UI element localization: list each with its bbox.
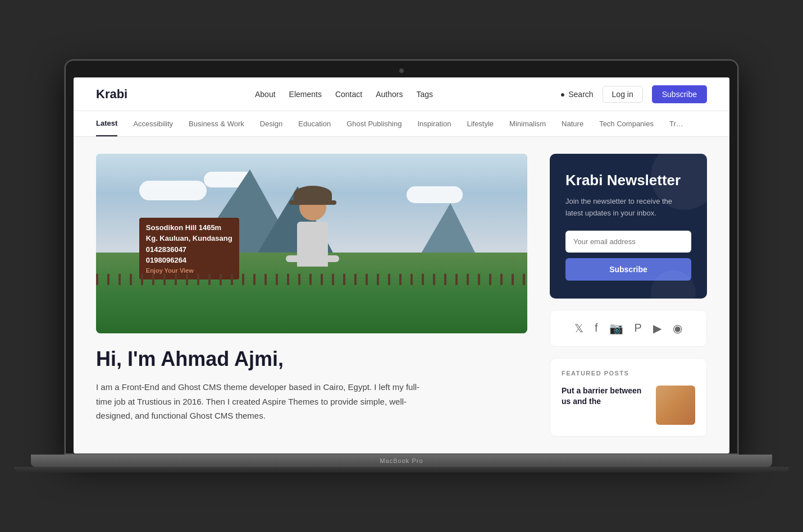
sign-line1: Sosodikon Hill 1465m [146,222,232,233]
site-header: Krabi About Elements Contact Authors Tag… [74,77,729,111]
laptop-base: MacBook Pro [31,455,772,467]
pinterest-icon[interactable]: P [635,322,642,335]
category-tech-companies[interactable]: Tech Companies [599,112,654,136]
sign-line2: Kg. Kauluan, Kundasang [146,233,232,244]
left-content: Sosodikon Hill 1465m Kg. Kauluan, Kundas… [96,154,527,437]
category-education[interactable]: Education [298,112,331,136]
right-sidebar: Krabi Newsletter Join the newsletter to … [550,154,707,437]
person-figure [290,194,335,283]
person-head [299,194,326,221]
header-actions: ● Search Log in Subscribe [560,85,707,103]
category-nature[interactable]: Nature [562,112,583,136]
category-minimalism[interactable]: Minimalism [509,112,546,136]
category-accessibility[interactable]: Accessibility [133,112,173,136]
category-tr[interactable]: Tr… [669,112,683,136]
search-button[interactable]: ● Search [560,90,594,99]
featured-posts-label: FEATURED POSTS [562,370,695,377]
newsletter-box: Krabi Newsletter Join the newsletter to … [550,154,707,299]
featured-post-thumbnail [656,386,695,425]
main-content: Sosodikon Hill 1465m Kg. Kauluan, Kundas… [74,137,729,453]
laptop-bottom [14,467,789,473]
category-latest[interactable]: Latest [96,111,117,136]
hero-scene: Sosodikon Hill 1465m Kg. Kauluan, Kundas… [96,154,527,333]
category-ghost-publishing[interactable]: Ghost Publishing [346,112,402,136]
category-business[interactable]: Business & Work [189,112,244,136]
nav-about[interactable]: About [255,90,276,99]
sign-line4: 0198096264 [146,255,232,266]
twitter-icon[interactable]: 𝕏 [574,322,583,335]
featured-post-item: Put a barrier between us and the [562,386,695,425]
site-logo[interactable]: Krabi [96,87,127,102]
newsletter-title: Krabi Newsletter [565,172,691,189]
person-arms [286,255,339,262]
category-design[interactable]: Design [260,112,282,136]
fence [96,274,527,285]
nav-tags[interactable]: Tags [416,90,433,99]
site-nav: About Elements Contact Authors Tags [255,90,433,99]
hero-image: Sosodikon Hill 1465m Kg. Kauluan, Kundas… [96,154,527,333]
category-nav: Latest Accessibility Business & Work Des… [74,111,729,137]
category-inspiration[interactable]: Inspiration [417,112,451,136]
screen-inner: Krabi About Elements Contact Authors Tag… [74,77,729,453]
camera-dot [399,68,404,73]
search-icon: ● [560,90,565,99]
person-hat [294,186,332,203]
laptop-screen: Krabi About Elements Contact Authors Tag… [65,59,738,455]
youtube-icon[interactable]: ▶ [653,322,661,335]
nav-contact[interactable]: Contact [335,90,362,99]
hero-description: I am a Front-End and Ghost CMS theme dev… [96,380,433,423]
nav-elements[interactable]: Elements [289,90,322,99]
nav-authors[interactable]: Authors [376,90,403,99]
rss-icon[interactable]: ◉ [673,322,682,335]
person-body [297,222,328,267]
login-button[interactable]: Log in [603,86,643,103]
subscribe-header-button[interactable]: Subscribe [652,85,707,103]
search-label: Search [568,90,593,99]
newsletter-description: Join the newsletter to receive the lates… [565,196,691,219]
hero-title: Hi, I'm Ahmad Ajmi, [96,347,527,371]
featured-posts: FEATURED POSTS Put a barrier between us … [550,358,707,437]
laptop-model-label: MacBook Pro [380,457,423,464]
newsletter-email-input[interactable] [565,231,691,253]
social-box: 𝕏 f 📷 P ▶ ◉ [550,310,707,347]
category-lifestyle[interactable]: Lifestyle [467,112,494,136]
instagram-icon[interactable]: 📷 [609,322,623,335]
sign-line3: 0142836047 [146,244,232,255]
featured-post-title[interactable]: Put a barrier between us and the [562,386,649,407]
laptop-wrapper: Krabi About Elements Contact Authors Tag… [65,59,738,473]
facebook-icon[interactable]: f [595,322,598,335]
sosodikon-sign: Sosodikon Hill 1465m Kg. Kauluan, Kundas… [139,218,239,280]
newsletter-subscribe-button[interactable]: Subscribe [565,258,691,281]
